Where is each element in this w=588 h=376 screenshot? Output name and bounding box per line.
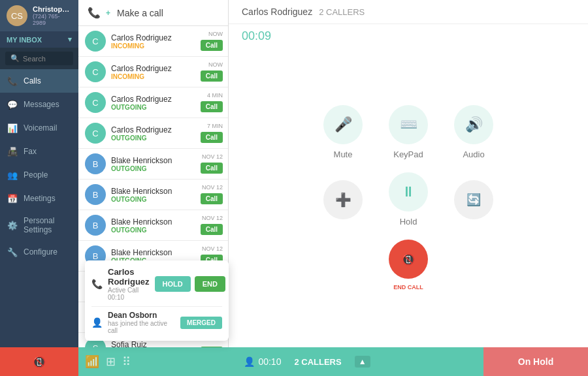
audio-label: Audio: [463, 149, 484, 159]
call-time: NOV 12: [202, 184, 223, 191]
end-call-circle: 📵: [389, 240, 428, 279]
call-action-button[interactable]: Call: [201, 193, 223, 204]
call-item[interactable]: C Carlos Rodriguez OUTGOING 7 MIN Call: [78, 118, 228, 149]
sidebar-item-configure[interactable]: 🔧 Configure: [0, 240, 78, 264]
popup-caller-1: 📞 Carlos Rodriguez Active Call 00:10 HOL…: [91, 267, 222, 301]
keypad-label: KeyPad: [393, 149, 423, 159]
search-icon: 🔍: [10, 54, 20, 63]
call-item[interactable]: B Blake Henrickson OUTGOING NOV 12 Call: [78, 210, 228, 241]
wifi-icon: 📶: [85, 354, 99, 369]
sidebar-item-messages[interactable]: 💬 Messages: [0, 93, 78, 116]
user-phone: (724) 765-2989: [33, 13, 72, 26]
call-action-button[interactable]: Call: [201, 132, 223, 143]
configure-icon: 🔧: [7, 246, 18, 258]
sidebar-item-label-voicemail: Voicemail: [24, 123, 57, 133]
sidebar-item-fax[interactable]: 📠 Fax: [0, 140, 78, 163]
hold-label: Hold: [400, 217, 417, 227]
sidebar-item-voicemail[interactable]: 📊 Voicemail: [0, 116, 78, 140]
end-call-label: END CALL: [393, 284, 423, 290]
search-box[interactable]: 🔍 Search: [5, 52, 73, 65]
grid-icon: ⊞: [106, 354, 116, 369]
user-info: Christopher Sanborn (724) 765-2989: [33, 5, 72, 26]
sidebar-item-personal[interactable]: ⚙️ Personal Settings: [0, 210, 78, 240]
call-header: Carlos Rodriguez 2 CALLERS: [229, 0, 588, 24]
person-icon: 👤: [244, 356, 255, 367]
call-item[interactable]: B Blake Henrickson OUTGOING NOV 12 Call: [78, 149, 228, 180]
popup-caller-2-status: has joined the active call: [108, 320, 175, 334]
sidebar-item-label-fax: Fax: [24, 147, 37, 156]
on-hold-button[interactable]: On Hold: [483, 347, 588, 376]
timer-value: 00:10: [258, 356, 281, 367]
hold-circle: ⏸: [389, 172, 428, 212]
audio-button[interactable]: 🔊 Audio: [454, 105, 493, 159]
sidebar-item-people[interactable]: 👥 People: [0, 163, 78, 187]
swap-button[interactable]: 🔄: [454, 180, 493, 219]
call-item[interactable]: C Carlos Rodriguez OUTGOING 4 MIN Call: [78, 87, 228, 118]
call-avatar: B: [85, 153, 106, 174]
popup-end-button[interactable]: END: [195, 276, 225, 292]
popup-caller-1-info: Carlos Rodriguez Active Call 00:10: [108, 267, 150, 301]
call-avatar: C: [85, 31, 106, 52]
popup-hold-button[interactable]: HOLD: [155, 276, 191, 292]
call-action-button[interactable]: Call: [201, 101, 223, 112]
hold-button[interactable]: ⏸ Hold: [389, 172, 428, 227]
call-time: NOV 12: [202, 153, 223, 160]
call-item[interactable]: B Blake Henrickson OUTGOING NOV 12 Call: [78, 180, 228, 210]
call-avatar: C: [85, 92, 106, 113]
chevron-up-icon[interactable]: ▲: [355, 356, 370, 368]
popup-caller-2-name: Dean Osborn: [108, 311, 175, 320]
call-time: NOV 12: [202, 245, 223, 252]
user-name: Christopher Sanborn: [33, 5, 72, 13]
dialpad-icon: ⠿: [122, 354, 131, 369]
popup-divider: [91, 306, 222, 307]
call-action-button[interactable]: Call: [201, 40, 223, 51]
controls-row-3: 📵 END CALL: [389, 240, 428, 290]
call-time: NOW: [208, 31, 223, 37]
call-list-title: Make a call: [117, 8, 163, 18]
inbox-section[interactable]: MY INBOX ▾: [0, 31, 78, 48]
chevron-down-icon: ▾: [68, 35, 72, 44]
swap-circle: 🔄: [454, 180, 493, 219]
sidebar-item-label-meetings: Meetings: [24, 194, 56, 203]
call-item[interactable]: C Carlos Rodriguez INCOMING NOW Call: [78, 57, 228, 87]
callers-label: 2 CALLERS: [294, 357, 341, 367]
mute-label: Mute: [334, 149, 353, 159]
call-action-button[interactable]: Call: [201, 347, 223, 347]
call-avatar: C: [85, 61, 106, 82]
keypad-circle: ⌨️: [389, 105, 428, 144]
call-item[interactable]: C Carlos Rodriguez INCOMING NOW Call: [78, 26, 228, 57]
left-hold-circle: ➕: [323, 180, 363, 219]
call-timer: 00:09: [229, 24, 588, 48]
call-time: NOW: [208, 61, 223, 68]
sidebar-item-label-calls: Calls: [24, 76, 41, 86]
popup-caller-1-status: Active Call 00:10: [108, 287, 150, 301]
sidebar-item-meetings[interactable]: 📅 Meetings: [0, 187, 78, 210]
popup-phone-icon: 📞: [91, 279, 103, 289]
call-action-button[interactable]: Call: [201, 163, 223, 174]
personal-icon: ⚙️: [7, 219, 18, 231]
inbox-label: MY INBOX: [7, 36, 42, 44]
messages-icon: 💬: [7, 99, 18, 110]
left-hold-button[interactable]: ➕: [323, 180, 363, 219]
end-call-bottom[interactable]: 📵: [0, 347, 78, 376]
popup-merged-info: Dean Osborn has joined the active call: [108, 311, 175, 334]
call-action-button[interactable]: Call: [201, 224, 223, 235]
mute-circle: 🎤: [323, 105, 363, 144]
sidebar-item-label-people: People: [24, 170, 48, 180]
call-action-button[interactable]: Call: [201, 70, 223, 82]
bottom-timer: 👤 00:10: [244, 356, 281, 367]
avatar: CS: [7, 5, 27, 26]
keypad-button[interactable]: ⌨️ KeyPad: [389, 105, 428, 159]
sidebar-item-label-messages: Messages: [24, 100, 59, 109]
mute-button[interactable]: 🎤 Mute: [323, 105, 363, 159]
user-section: CS Christopher Sanborn (724) 765-2989: [0, 0, 78, 31]
nav-items: 📞 Calls 💬 Messages 📊 Voicemail 📠 Fax 👥 P…: [0, 69, 78, 264]
phone-icon: 📞: [88, 7, 101, 19]
voicemail-icon: 📊: [7, 122, 18, 134]
people-icon: 👥: [7, 169, 18, 181]
popup-actions: HOLD END: [155, 276, 225, 292]
end-call-button[interactable]: 📵 END CALL: [389, 240, 428, 290]
sidebar-item-calls[interactable]: 📞 Calls: [0, 69, 78, 93]
calls-icon: 📞: [7, 75, 18, 87]
audio-circle: 🔊: [454, 105, 493, 144]
